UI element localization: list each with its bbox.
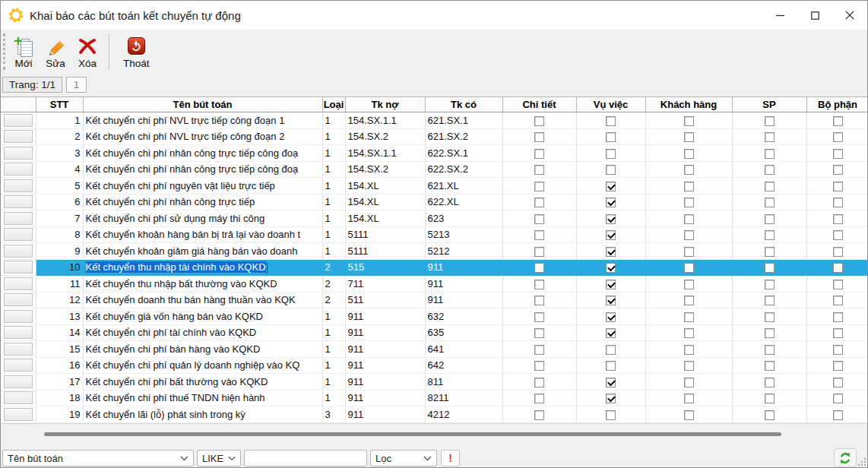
checkbox-bo-phan[interactable] [833, 247, 843, 257]
checkbox-sp[interactable] [765, 230, 775, 240]
checkbox-vu-viec[interactable] [606, 280, 616, 289]
checkbox-khach-hang[interactable] [684, 214, 694, 224]
checkbox-bo-phan[interactable] [833, 198, 843, 207]
checkbox-sp[interactable] [765, 182, 775, 191]
checkbox-chi-tiet[interactable] [534, 182, 544, 191]
checkbox-vu-viec[interactable] [606, 198, 616, 207]
row-selector-cell[interactable] [1, 276, 36, 292]
checkbox-khach-hang[interactable] [684, 394, 694, 403]
checkbox-sp[interactable] [765, 361, 775, 371]
checkbox-sp[interactable] [765, 296, 775, 305]
row-selector-cell[interactable] [1, 259, 36, 276]
column-header-loai[interactable]: Loại [322, 97, 345, 112]
checkbox-chi-tiet[interactable] [534, 296, 544, 305]
checkbox-chi-tiet[interactable] [534, 247, 544, 257]
column-header-vu-viec[interactable]: Vụ việc [576, 97, 645, 112]
checkbox-chi-tiet[interactable] [534, 280, 544, 289]
checkbox-chi-tiet[interactable] [534, 378, 544, 387]
checkbox-sp[interactable] [765, 394, 775, 403]
row-selector-cell[interactable] [1, 341, 36, 358]
checkbox-vu-viec[interactable] [606, 247, 616, 257]
column-header-bo-phan[interactable]: Bộ phận [806, 97, 868, 112]
column-header-chi-tiet[interactable]: Chi tiết [502, 97, 576, 112]
checkbox-bo-phan[interactable] [833, 296, 843, 305]
checkbox-sp[interactable] [765, 149, 775, 159]
checkbox-khach-hang[interactable] [684, 116, 694, 126]
checkbox-vu-viec[interactable] [606, 394, 616, 403]
checkbox-chi-tiet[interactable] [534, 361, 544, 371]
checkbox-khach-hang[interactable] [684, 410, 694, 420]
checkbox-vu-viec[interactable] [606, 345, 616, 355]
checkbox-sp[interactable] [765, 214, 775, 224]
table-row[interactable]: 2Kết chuyển chi phí NVL trực tiếp công đ… [1, 128, 868, 145]
column-header-stt[interactable]: STT [36, 97, 83, 112]
delete-button[interactable]: Xóa [74, 34, 101, 70]
checkbox-chi-tiet[interactable] [534, 198, 544, 207]
table-row[interactable]: 18Kết chuyển chi phí thuế TNDN hiện hành… [1, 390, 868, 406]
checkbox-chi-tiet[interactable] [534, 116, 544, 126]
table-row[interactable]: 13Kết chuyển giá vốn hàng bán vào KQKD19… [1, 308, 868, 325]
new-button[interactable]: + Mới [10, 34, 37, 70]
checkbox-bo-phan[interactable] [833, 361, 843, 371]
row-selector-cell[interactable] [1, 390, 36, 406]
checkbox-chi-tiet[interactable] [534, 345, 544, 355]
checkbox-khach-hang[interactable] [684, 312, 694, 322]
checkbox-khach-hang[interactable] [684, 132, 694, 142]
checkbox-khach-hang[interactable] [684, 328, 694, 338]
checkbox-sp[interactable] [765, 247, 775, 257]
row-selector-cell[interactable] [1, 324, 36, 341]
checkbox-bo-phan[interactable] [833, 263, 843, 273]
filter-action-select[interactable]: Lọc [370, 450, 437, 466]
checkbox-vu-viec[interactable] [606, 296, 616, 305]
table-row[interactable]: 4Kết chuyển chi phí nhân công trực tiếp … [1, 161, 868, 178]
checkbox-vu-viec[interactable] [606, 116, 616, 126]
table-row[interactable]: 3Kết chuyển chi phí nhân công trực tiếp … [1, 145, 868, 162]
checkbox-chi-tiet[interactable] [534, 132, 544, 142]
checkbox-chi-tiet[interactable] [534, 410, 544, 420]
checkbox-chi-tiet[interactable] [534, 328, 544, 338]
checkbox-bo-phan[interactable] [833, 149, 843, 159]
edit-button[interactable]: Sửa [42, 34, 69, 70]
checkbox-sp[interactable] [765, 116, 775, 126]
row-selector-cell[interactable] [1, 178, 36, 194]
minimize-button[interactable] [762, 1, 797, 30]
table-row[interactable]: 15Kết chuyển chi phí bán hàng vào KQKD19… [1, 341, 868, 358]
checkbox-bo-phan[interactable] [833, 182, 843, 191]
checkbox-bo-phan[interactable] [833, 214, 843, 224]
column-header-row-selector[interactable] [1, 97, 36, 112]
checkbox-chi-tiet[interactable] [534, 312, 544, 322]
checkbox-chi-tiet[interactable] [534, 230, 544, 240]
checkbox-khach-hang[interactable] [684, 182, 694, 191]
row-selector-cell[interactable] [1, 374, 36, 391]
table-row[interactable]: 19Kết chuyển lãi (lỗ) phát sinh trong kỳ… [1, 406, 868, 423]
horizontal-scrollbar-track[interactable] [1, 423, 868, 446]
checkbox-vu-viec[interactable] [606, 165, 616, 175]
checkbox-khach-hang[interactable] [684, 230, 694, 240]
checkbox-bo-phan[interactable] [833, 345, 843, 355]
table-row[interactable]: 10Kết chuyển thu nhập tài chính vào KQKD… [1, 259, 868, 276]
checkbox-sp[interactable] [765, 328, 775, 338]
checkbox-bo-phan[interactable] [833, 312, 843, 322]
refresh-button[interactable] [834, 448, 857, 467]
checkbox-vu-viec[interactable] [606, 263, 616, 273]
checkbox-chi-tiet[interactable] [534, 263, 544, 273]
row-selector-cell[interactable] [1, 308, 36, 325]
table-row[interactable]: 17Kết chuyển chi phí bất thường vào KQKD… [1, 374, 868, 391]
checkbox-khach-hang[interactable] [684, 149, 694, 159]
row-selector-cell[interactable] [1, 292, 36, 308]
row-selector-cell[interactable] [1, 194, 36, 210]
row-selector-cell[interactable] [1, 226, 36, 243]
checkbox-vu-viec[interactable] [606, 361, 616, 371]
table-row[interactable]: 6Kết chuyển chi phí nhân công trực tiếp1… [1, 194, 868, 210]
row-selector-cell[interactable] [1, 210, 36, 227]
checkbox-chi-tiet[interactable] [534, 214, 544, 224]
checkbox-khach-hang[interactable] [684, 378, 694, 387]
checkbox-vu-viec[interactable] [606, 182, 616, 191]
checkbox-sp[interactable] [765, 410, 775, 420]
row-selector-cell[interactable] [1, 406, 36, 423]
page-1-button[interactable]: 1 [66, 77, 87, 93]
run-filter-button[interactable]: ! [441, 450, 460, 466]
close-button[interactable] [832, 1, 867, 30]
row-selector-cell[interactable] [1, 145, 36, 162]
checkbox-vu-viec[interactable] [606, 230, 616, 240]
